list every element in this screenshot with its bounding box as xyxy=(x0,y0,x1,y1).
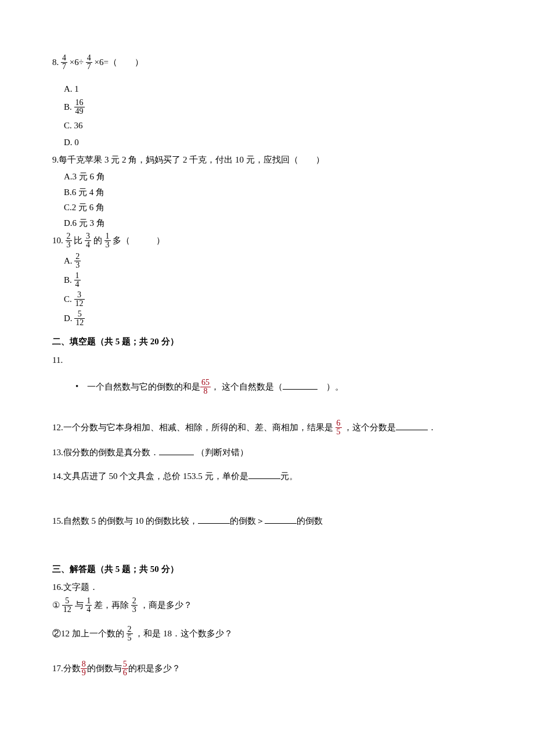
blank xyxy=(198,514,230,524)
q16: 16.文字题． ① 5 12 与 1 4 差，再除 2 3 ，商是多少？ ②12… xyxy=(52,580,534,643)
q8-mid1: ×6÷ xyxy=(70,57,86,67)
fraction-4-over-7: 4 7 xyxy=(86,54,92,71)
blank xyxy=(159,446,194,455)
fraction-3-over-4: 3 4 xyxy=(85,232,91,249)
option-b: B. 1 4 xyxy=(64,272,534,289)
q16-part1: ① 5 12 与 1 4 差，再除 2 3 ，商是多少？ xyxy=(52,597,534,614)
q15: 15.自然数 5 的倒数与 10 的倒数比较，的倒数＞的倒数 xyxy=(52,514,534,529)
fraction-4-over-7: 4 7 xyxy=(61,54,67,71)
fraction-5-over-6: 5 6 xyxy=(122,660,128,677)
fraction-2-over-3: 2 3 xyxy=(131,597,138,614)
fraction-3-over-12: 3 12 xyxy=(74,291,85,308)
blank xyxy=(265,514,297,524)
q17: 17.分数 8 9 的倒数与 5 6 的积是多少？ xyxy=(52,661,534,678)
q9-options: A.3 元 6 角 B.6 元 4 角 C.2 元 6 角 D.6 元 3 角 xyxy=(52,170,534,231)
fraction-2-over-3: 2 3 xyxy=(74,253,81,269)
q16-title: 16.文字题． xyxy=(52,580,534,595)
fraction-8-over-9: 8 9 xyxy=(81,660,87,677)
q11: 11. 一个自然数与它的倒数的和是 65 8 ， 这个自然数是（ ）。 xyxy=(52,353,534,397)
q9: 9.每千克苹果 3 元 2 角，妈妈买了 2 千克，付出 10 元，应找回（ ）… xyxy=(52,153,534,231)
fraction-1-over-4: 1 4 xyxy=(74,272,81,289)
q8: 8. 4 7 ×6÷ 4 7 ×6=（ ） A. 1 B. 16 49 C. 3… xyxy=(52,55,534,150)
fraction-5-over-12: 5 12 xyxy=(62,597,73,614)
option-c: C. 3 12 xyxy=(64,291,534,308)
q10-prefix: 10. xyxy=(52,236,63,245)
option-b: B.6 元 4 角 xyxy=(64,185,534,200)
fraction-1-over-3: 1 3 xyxy=(104,232,111,249)
fraction-2-over-3: 2 3 xyxy=(66,232,72,249)
fraction-2-over-5: 2 5 xyxy=(127,625,133,642)
option-a: A.3 元 6 角 xyxy=(64,170,534,185)
fraction-65-over-8: 65 8 xyxy=(200,379,211,395)
q11-label: 11. xyxy=(52,353,534,368)
q8-mid2: ×6=（ ） xyxy=(94,57,143,67)
option-d: D. 5 12 xyxy=(64,311,534,327)
option-a: A. 1 xyxy=(64,82,534,97)
fraction-16-over-49: 16 49 xyxy=(74,99,85,116)
option-c: C.2 元 6 角 xyxy=(64,200,534,215)
section-3-title: 三、解答题（共 5 题；共 50 分） xyxy=(52,562,534,577)
q13: 13.假分数的倒数是真分数． （判断对错） xyxy=(52,445,534,460)
q9-stem: 9.每千克苹果 3 元 2 角，妈妈买了 2 千克，付出 10 元，应找回（ ） xyxy=(52,153,534,168)
q8-stem: 8. 4 7 ×6÷ 4 7 ×6=（ ） xyxy=(52,55,534,71)
fraction-6-over-5: 6 5 xyxy=(335,419,342,436)
blank xyxy=(283,380,317,390)
fraction-1-over-4: 1 4 xyxy=(85,597,92,614)
q10: 10. 2 3 比 3 4 的 1 3 多（ ） A. 2 3 B. 1 xyxy=(52,233,534,327)
q10-stem: 10. 2 3 比 3 4 的 1 3 多（ ） xyxy=(52,233,534,250)
q8-prefix: 8. xyxy=(52,57,59,67)
blank xyxy=(396,421,428,430)
section-2-title: 二、填空题（共 5 题；共 20 分） xyxy=(52,334,534,350)
q16-part2: ②12 加上一个数的 2 5 ，和是 18．这个数多少？ xyxy=(52,626,534,643)
q11-text: 一个自然数与它的倒数的和是 65 8 ， 这个自然数是（ ）。 xyxy=(52,379,534,396)
q14: 14.文具店进了 50 个文具盒，总价 153.5 元，单价是元。 xyxy=(52,469,534,484)
q10-options: A. 2 3 B. 1 4 C. 3 12 D. 5 12 xyxy=(52,253,534,327)
blank xyxy=(248,470,280,479)
option-d: D.6 元 3 角 xyxy=(64,216,534,231)
q8-options: A. 1 B. 16 49 C. 36 D. 0 xyxy=(52,82,534,150)
option-a: A. 2 3 xyxy=(64,253,534,270)
option-d: D. 0 xyxy=(64,135,534,150)
option-b: B. 16 49 xyxy=(64,99,534,116)
option-c: C. 36 xyxy=(64,118,534,134)
fraction-5-over-12: 5 12 xyxy=(74,310,85,327)
q12: 12.一个分数与它本身相加、相减、相除，所得的和、差、商相加，结果是 6 5 ，… xyxy=(52,420,534,437)
